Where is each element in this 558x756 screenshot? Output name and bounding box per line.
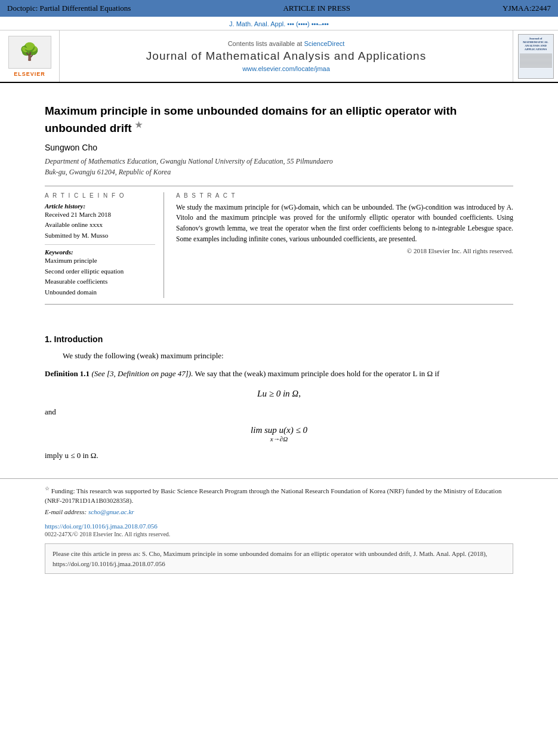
journal-thumbnail-area: Journal ofMATHEMATICALANALYSIS ANDAPPLIC… bbox=[513, 30, 558, 82]
limsup-subscript: x→∂Ω bbox=[45, 435, 513, 442]
definition-label: Definition 1.1 bbox=[45, 369, 90, 378]
math-equation-1: Lu ≥ 0 in Ω, bbox=[45, 389, 513, 399]
citation-text: J. Math. Anal. Appl. ••• (••••) •••–••• bbox=[229, 20, 329, 27]
available-online: Available online xxxx bbox=[45, 220, 155, 231]
definition-text: We say that the (weak) maximum principle… bbox=[195, 369, 439, 378]
footnote-area: ☆ Funding: This research was supported b… bbox=[0, 478, 558, 520]
article-history-items: Received 21 March 2018 Available online … bbox=[45, 210, 155, 241]
abstract-header: A B S T R A C T bbox=[176, 192, 513, 199]
footnote-funding: ☆ Funding: This research was supported b… bbox=[45, 485, 513, 506]
journal-title-area: Contents lists available at ScienceDirec… bbox=[60, 30, 513, 82]
bottom-citation-text: Please cite this article in press as: S.… bbox=[53, 550, 487, 567]
definition-ref: (See [3, Definition on page 47]). bbox=[91, 369, 193, 378]
contents-available-text: Contents lists available at ScienceDirec… bbox=[228, 40, 345, 47]
affiliation: Department of Mathematics Education, Gwa… bbox=[45, 156, 513, 177]
article-title: Maximum principle in some unbounded doma… bbox=[45, 103, 513, 137]
article-info-abstract-columns: A R T I C L E I N F O Article history: R… bbox=[45, 186, 513, 305]
body-content: 1. Introduction We study the following (… bbox=[0, 334, 558, 461]
definition-1-1: Definition 1.1 (See [3, Definition on pa… bbox=[45, 368, 513, 380]
imply-conclusion: imply u ≤ 0 in Ω. bbox=[45, 451, 513, 460]
footnote-star-icon: ☆ bbox=[45, 485, 50, 491]
keyword-3: Measurable coefficients bbox=[45, 276, 155, 287]
author-name: Sungwon Cho bbox=[45, 143, 513, 152]
limsup-expr: lim sup u(x) ≤ 0 bbox=[45, 425, 513, 435]
received-date: Received 21 March 2018 bbox=[45, 210, 155, 220]
thumb-decoration bbox=[520, 53, 552, 68]
issn-line: 0022-247X/© 2018 Elsevier Inc. All right… bbox=[0, 530, 558, 537]
and-connector: and bbox=[45, 407, 513, 417]
footnote-text: Funding: This research was supported by … bbox=[45, 487, 501, 505]
keyword-1: Maximum principle bbox=[45, 256, 155, 266]
article-info-header: A R T I C L E I N F O bbox=[45, 192, 155, 199]
elsevier-logo-area: 🌳 ELSEVIER bbox=[0, 30, 60, 82]
doctopic-label: Doctopic: Partial Differential Equations bbox=[7, 4, 131, 13]
tree-icon: 🌳 bbox=[19, 44, 40, 60]
journal-title: Journal of Mathematical Analysis and App… bbox=[146, 50, 426, 63]
citation-line: J. Math. Anal. Appl. ••• (••••) •••–••• bbox=[0, 17, 558, 30]
journal-header: 🌳 ELSEVIER Contents lists available at S… bbox=[0, 30, 558, 83]
thumb-title-text: Journal ofMATHEMATICALANALYSIS ANDAPPLIC… bbox=[523, 37, 548, 51]
email-link[interactable]: scho@gnue.ac.kr bbox=[88, 508, 134, 515]
email-line: E-mail address: scho@gnue.ac.kr bbox=[45, 507, 513, 517]
journal-url[interactable]: www.elsevier.com/locate/jmaa bbox=[242, 65, 330, 72]
journal-id-label: YJMAA:22447 bbox=[502, 4, 551, 13]
abstract-column: A B S T R A C T We study the maximum pri… bbox=[176, 192, 513, 298]
abstract-text: We study the maximum principle for (wG)-… bbox=[176, 202, 513, 245]
doi-line: https://doi.org/10.1016/j.jmaa.2018.07.0… bbox=[0, 520, 558, 530]
keywords-label: Keywords: bbox=[45, 248, 155, 256]
sciencedirect-link[interactable]: ScienceDirect bbox=[304, 40, 344, 47]
article-info-column: A R T I C L E I N F O Article history: R… bbox=[45, 192, 164, 298]
elsevier-brand: ELSEVIER bbox=[14, 71, 45, 77]
intro-paragraph: We study the following (weak) maximum pr… bbox=[45, 350, 513, 362]
section-1-heading: 1. Introduction bbox=[45, 334, 513, 344]
submitted-by: Submitted by M. Musso bbox=[45, 231, 155, 241]
main-content: Maximum principle in some unbounded doma… bbox=[0, 83, 558, 324]
email-label: E-mail address: bbox=[45, 508, 87, 515]
doi-link[interactable]: https://doi.org/10.1016/j.jmaa.2018.07.0… bbox=[45, 523, 158, 530]
keyword-2: Second order elliptic equation bbox=[45, 266, 155, 277]
copyright-line: © 2018 Elsevier Inc. All rights reserved… bbox=[176, 247, 513, 254]
keywords-list: Maximum principle Second order elliptic … bbox=[45, 256, 155, 297]
bottom-citation-box: Please cite this article in press as: S.… bbox=[45, 543, 513, 574]
title-star: ★ bbox=[135, 120, 143, 130]
top-bar: Doctopic: Partial Differential Equations… bbox=[0, 0, 558, 17]
keyword-4: Unbounded domain bbox=[45, 287, 155, 298]
journal-thumbnail: Journal ofMATHEMATICALANALYSIS ANDAPPLIC… bbox=[518, 34, 554, 79]
elsevier-logo-box: 🌳 bbox=[8, 36, 51, 69]
article-history-label: Article history: bbox=[45, 202, 155, 210]
math-equation-2: lim sup u(x) ≤ 0 x→∂Ω bbox=[45, 425, 513, 442]
article-in-press-label: ARTICLE IN PRESS bbox=[283, 4, 350, 13]
